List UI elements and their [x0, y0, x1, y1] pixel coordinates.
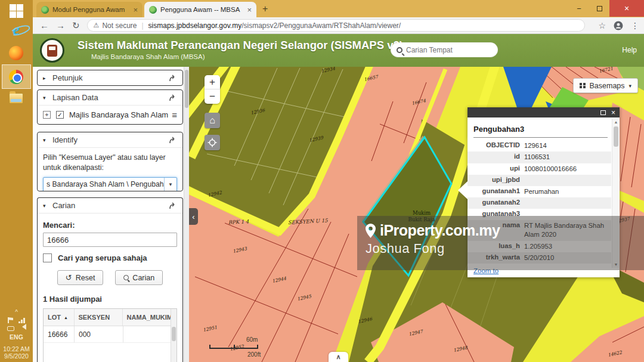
taskbar-chrome[interactable]	[9, 70, 23, 84]
browser-menu-icon[interactable]: ⋮	[631, 21, 639, 30]
panel-lapisan-header[interactable]: ▾ Lapisan Data	[38, 90, 182, 105]
scroll-down-icon[interactable]: ▼	[612, 262, 620, 267]
scale-metric: 60m	[246, 336, 258, 343]
identify-instruction: Pilih "Kesemua Layer" atau satu layer un…	[43, 153, 177, 173]
sidebar-scrollbar[interactable]	[184, 67, 189, 362]
panel-identify-header[interactable]: ▾ Identify	[38, 132, 182, 147]
table-row[interactable]: 16666 000	[44, 326, 177, 343]
tray-language[interactable]: ENG	[0, 333, 33, 341]
tray-caret-icon[interactable]: ^	[0, 309, 33, 315]
power-icon[interactable]	[7, 326, 14, 331]
chrome-icon	[9, 70, 23, 84]
field-row: trkh_warta5/20/2010	[467, 252, 611, 264]
similar-only-label: Cari yang serupa sahaja	[58, 253, 147, 262]
back-icon[interactable]: ←	[40, 20, 49, 30]
identify-layer-select[interactable]: s Bandaraya Shah Alam \ Pengubahan3 ▼	[43, 177, 177, 191]
taskbar-explorer[interactable]	[9, 91, 23, 106]
bottom-panel-expand-button[interactable]: ∧	[329, 352, 348, 362]
layer-name[interactable]: Majlis Bandaraya Shah Alam	[69, 110, 168, 119]
panel-title: Lapisan Data	[52, 93, 98, 102]
reset-icon: ↺	[66, 273, 72, 282]
locate-button[interactable]	[205, 135, 220, 150]
tray-date[interactable]: 9/5/2020	[0, 352, 33, 360]
crosshair-icon	[208, 138, 217, 147]
share-arrow-icon[interactable]	[169, 94, 177, 101]
basemaps-caret-icon: ▾	[629, 83, 632, 89]
table-scrollbar[interactable]	[171, 309, 177, 362]
carian-button[interactable]: Carian	[115, 270, 163, 285]
zoom-out-button[interactable]: −	[205, 89, 220, 104]
scrollbar-thumb[interactable]	[185, 70, 188, 108]
not-secure-label[interactable]: Not secure	[102, 21, 137, 30]
layer-row: + ✓ Majlis Bandaraya Shah Alam ≡	[38, 105, 182, 123]
select-caret-icon[interactable]: ▼	[164, 178, 177, 191]
home-button[interactable]: ⌂	[205, 113, 220, 128]
caret-down-icon: ▾	[43, 203, 49, 209]
zoom-in-button[interactable]: +	[205, 75, 220, 89]
screen: e ^ ENG 10:22 AM 9/5/2020 Modul Pengguna…	[0, 0, 644, 362]
col-seksyen[interactable]: SEKSYEN	[75, 309, 123, 326]
restore-icon	[597, 6, 602, 11]
popup-maximize-icon[interactable]	[600, 110, 606, 115]
restore-button[interactable]	[589, 0, 609, 17]
share-arrow-icon[interactable]	[169, 202, 177, 209]
share-arrow-icon[interactable]	[169, 75, 177, 82]
zoom-to-link[interactable]: Zoom to	[473, 267, 499, 274]
taskbar-ie[interactable]: e	[9, 23, 23, 37]
map-container: 12934 16657 16721 12936 12939 16674 1294…	[189, 67, 644, 362]
field-row: upi10080100016666	[467, 163, 611, 175]
tab-title: Modul Pengguna Awam	[52, 6, 129, 13]
url-path: /sismapsv2/PenggunaAwam/RTShahAlam/viewe…	[242, 21, 401, 30]
field-row: luas_h1.205953	[467, 241, 611, 252]
app-title: Sistem Maklumat Perancangan Negeri Selan…	[78, 39, 403, 52]
scroll-up-icon[interactable]: ▲	[612, 120, 620, 124]
popup-body: Pengubahan3 OBJECTID129614 id1106531 upi…	[467, 117, 620, 277]
popup-scrollbar[interactable]: ▲ ▼	[612, 119, 619, 268]
expand-plus-icon[interactable]: +	[43, 111, 51, 119]
panel-petunjuk-header[interactable]: ▸ Petunjuk	[38, 70, 182, 85]
reload-icon[interactable]: ↻	[72, 20, 80, 31]
address-bar[interactable]: ⚠ Not secure | sismaps.jpbdselangor.gov.…	[87, 19, 585, 32]
new-tab-button[interactable]: +	[262, 4, 268, 14]
col-lot[interactable]: LOT▲	[44, 309, 75, 326]
col-nama-mukim[interactable]: NAMA_MUKIM	[123, 309, 177, 326]
scrollbar-thumb[interactable]	[614, 126, 618, 147]
caret-right-icon: ▸	[43, 75, 49, 81]
caret-down-icon: ▾	[43, 95, 49, 101]
tab-favicon	[149, 6, 157, 14]
tab-close-icon[interactable]: ×	[133, 5, 138, 14]
start-button[interactable]	[9, 4, 23, 18]
mencari-label: Mencari:	[43, 221, 177, 230]
taskbar-firefox[interactable]	[9, 46, 23, 60]
similar-only-checkbox[interactable]	[43, 253, 52, 262]
basemaps-label: Basemaps	[590, 82, 625, 90]
place-search-box[interactable]	[391, 42, 498, 57]
basemaps-button[interactable]: Basemaps ▾	[573, 78, 638, 93]
help-link[interactable]: Help	[622, 46, 637, 54]
minimize-button[interactable]: −	[569, 0, 589, 17]
reset-button[interactable]: ↺ Reset	[57, 270, 104, 285]
tray-time[interactable]: 10:22 AM	[0, 345, 33, 352]
sidebar-collapse-button[interactable]: ‹	[189, 208, 198, 225]
bookmark-star-icon[interactable]: ☆	[598, 21, 606, 30]
volume-icon[interactable]	[19, 324, 26, 330]
tab-close-icon[interactable]: ×	[247, 5, 252, 14]
share-arrow-icon[interactable]	[169, 137, 177, 144]
field-row: gunatanah1Perumahan	[467, 186, 611, 197]
panel-carian-header[interactable]: ▾ Carian	[38, 198, 182, 213]
action-center-flag-icon[interactable]	[8, 317, 14, 323]
app-subtitle: Majlis Bandaraya Shah Alam (MBSA)	[91, 53, 205, 60]
tab-modul-pengguna-awam[interactable]: Modul Pengguna Awam ×	[36, 2, 143, 17]
app-header: Sistem Maklumat Perancangan Negeri Selan…	[33, 34, 644, 67]
lot-search-input[interactable]	[43, 233, 177, 247]
place-search-input[interactable]	[406, 46, 490, 54]
popup-close-icon[interactable]: ×	[611, 109, 615, 116]
network-signal-icon[interactable]	[18, 317, 25, 323]
map-label-mukim: Bukit Raja	[408, 216, 435, 222]
layer-menu-icon[interactable]: ≡	[172, 110, 177, 120]
layer-checkbox-checked[interactable]: ✓	[56, 111, 64, 119]
tab-pengguna-awam-mbsa[interactable]: Pengguna Awam -- MBSA ×	[144, 2, 256, 17]
close-button[interactable]: ×	[609, 0, 644, 17]
forward-icon[interactable]: →	[56, 20, 65, 30]
profile-avatar-icon[interactable]	[613, 20, 624, 31]
